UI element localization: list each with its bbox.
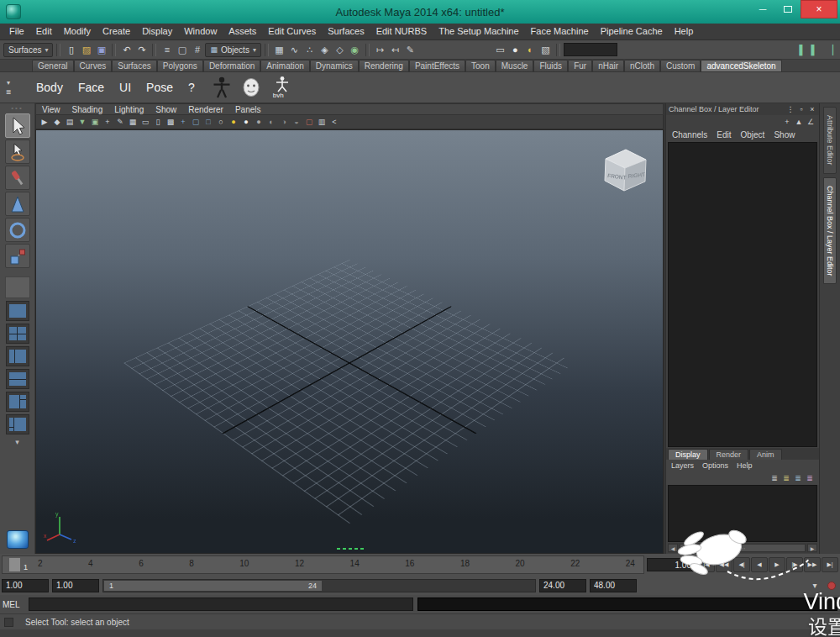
snap-to-grid-icon[interactable]: ▦ <box>272 43 286 57</box>
bvh-import-icon[interactable]: bvh <box>271 76 293 99</box>
command-input-field[interactable] <box>29 598 413 611</box>
channel-box-menu-item[interactable]: Object <box>741 130 765 140</box>
channel-box-menu-item[interactable]: Channels <box>672 130 707 140</box>
status-group-divider[interactable] <box>112 44 116 56</box>
layer-options-icon[interactable]: ≣ <box>806 474 814 482</box>
shadows-icon[interactable]: ◐ <box>265 116 277 128</box>
use-all-lights-icon[interactable]: ● <box>253 116 265 128</box>
grease-pencil-icon[interactable]: ✎ <box>114 116 126 128</box>
textured-icon[interactable]: ● <box>240 116 252 128</box>
shelf-script-button[interactable]: ? <box>181 81 202 94</box>
lasso-tool-button[interactable] <box>5 140 30 164</box>
toolbox-grip[interactable]: ••• <box>11 105 23 112</box>
open-scene-icon[interactable]: ▨ <box>79 43 93 57</box>
scale-tool-button[interactable] <box>5 244 30 268</box>
layer-editor-tab[interactable]: Display <box>668 449 708 460</box>
panel-menu-item[interactable]: Shading <box>66 105 109 114</box>
panel-menu-item[interactable]: Renderer <box>182 105 229 114</box>
menu-item[interactable]: Surfaces <box>322 24 370 39</box>
menu-item[interactable]: Window <box>178 24 223 39</box>
ambient-occlusion-icon[interactable]: ◑ <box>278 116 290 128</box>
channel-box-menu-item[interactable]: Edit <box>717 130 731 140</box>
snap-to-view-plane-icon[interactable]: ◇ <box>333 43 347 57</box>
select-by-hierarchy-icon[interactable]: ≡ <box>160 43 174 57</box>
shelf-tab[interactable]: Custom <box>660 60 701 71</box>
shelf-tab[interactable]: advancedSkeleton <box>701 60 781 71</box>
layer-mode-icon[interactable]: ≣ <box>770 474 779 482</box>
playback-start-field[interactable] <box>52 579 99 592</box>
menu-item[interactable]: Modify <box>58 24 97 39</box>
play-backwards-button[interactable]: ◀ <box>751 557 768 572</box>
sidebar-vertical-tab[interactable]: Attribute Editor <box>823 107 837 174</box>
grid-toggle-icon[interactable]: ▦ <box>127 116 139 128</box>
status-group-divider[interactable] <box>556 44 560 56</box>
shelf-tab[interactable]: Deformation <box>203 60 260 71</box>
maya-face-icon[interactable] <box>7 530 29 549</box>
menu-item[interactable]: Create <box>97 24 136 39</box>
snap-to-point-icon[interactable]: ∴ <box>302 43 317 57</box>
layer-editor-menu-item[interactable]: Options <box>702 461 728 470</box>
two-d-pan-zoom-icon[interactable]: + <box>102 116 113 128</box>
shaded-icon[interactable]: ● <box>228 116 239 128</box>
shelf-tab[interactable]: Rendering <box>359 60 409 71</box>
two-pane-side-layout-button[interactable] <box>6 392 29 412</box>
sidebar-vertical-tab[interactable]: Channel Box / Layer Editor <box>823 177 837 285</box>
select-tool-button[interactable] <box>5 113 30 138</box>
view-cube[interactable]: FRONT RIGHT <box>596 140 654 203</box>
single-pane-layout-button[interactable] <box>6 301 29 321</box>
menu-item[interactable]: Help <box>669 24 700 39</box>
shelf-tab[interactable]: Toon <box>465 60 496 71</box>
menu-item[interactable]: Face Machine <box>525 24 595 39</box>
panel-menu-item[interactable]: View <box>36 105 66 114</box>
titlebar[interactable]: Autodesk Maya 2014 x64: untitled* ─ × <box>0 0 840 24</box>
shelf-tab[interactable]: Surfaces <box>112 60 156 71</box>
animation-start-field[interactable] <box>2 579 49 592</box>
auto-keyframe-icon[interactable] <box>825 579 838 592</box>
show-tool-settings-icon[interactable]: ▌ <box>807 43 822 57</box>
shelf-tab[interactable]: Fur <box>568 60 592 71</box>
persp-graph-layout-button[interactable] <box>6 369 29 389</box>
step-back-frame-button[interactable]: ◀| <box>733 557 750 572</box>
layer-editor-tab[interactable]: Anim <box>749 449 782 460</box>
layer-list-area[interactable] <box>668 485 817 542</box>
xray-icon[interactable]: ▥ <box>316 116 328 128</box>
camera-attributes-icon[interactable]: ▤ <box>64 116 76 128</box>
move-tool-button[interactable] <box>5 192 30 216</box>
wireframe-icon[interactable]: ○ <box>215 116 227 128</box>
last-tool-slot[interactable] <box>5 276 30 298</box>
safe-action-icon[interactable]: ▢ <box>190 116 202 128</box>
output-connections-icon[interactable]: ↤ <box>388 43 402 57</box>
show-manipulators-icon[interactable]: + <box>783 118 791 126</box>
render-settings-icon[interactable]: ▧ <box>538 43 553 57</box>
construction-history-icon[interactable]: ✎ <box>403 43 417 57</box>
step-forward-key-button[interactable]: ▶▶ <box>804 557 821 572</box>
menu-item[interactable]: Edit Curves <box>262 24 322 39</box>
panel-menu-item[interactable]: Lighting <box>108 105 150 114</box>
ipr-render-icon[interactable]: ◐ <box>523 43 538 57</box>
save-scene-icon[interactable]: ▣ <box>94 43 108 57</box>
new-scene-icon[interactable]: ▯ <box>64 43 78 57</box>
float-panel-icon[interactable]: ▫ <box>797 105 806 113</box>
step-forward-frame-button[interactable]: |▶ <box>786 557 803 572</box>
scroll-handle[interactable]: ⋯ <box>680 544 806 552</box>
channel-list-area[interactable] <box>668 142 817 447</box>
close-button[interactable]: × <box>801 0 837 18</box>
selection-mask-dropdown[interactable]: ▦ Objects ▾ <box>205 43 260 57</box>
isolate-select-icon[interactable]: ▢ <box>303 116 315 128</box>
open-render-view-icon[interactable]: ▭ <box>493 43 507 57</box>
menu-item[interactable]: Display <box>136 24 178 39</box>
resolution-gate-icon[interactable]: ▯ <box>152 116 164 128</box>
menu-item[interactable]: Edit <box>30 24 58 39</box>
range-end-handle[interactable]: 24 <box>308 582 317 590</box>
bookmark-icon[interactable]: ▼ <box>76 116 88 128</box>
hypershade-layout-button[interactable] <box>6 414 29 434</box>
step-back-key-button[interactable]: ◀◀ <box>716 557 732 572</box>
panel-menu-item[interactable]: Show <box>150 105 182 114</box>
render-current-frame-icon[interactable]: ● <box>508 43 522 57</box>
menu-item[interactable]: Edit NURBS <box>370 24 433 39</box>
menu-item[interactable]: The Setup Machine <box>433 24 524 39</box>
range-start-handle[interactable]: 1 <box>109 582 113 590</box>
shelf-menu-icon[interactable]: ≣ <box>6 88 12 96</box>
layer-editor-tab[interactable]: Render <box>709 449 749 460</box>
shelf-tab[interactable]: Dynamics <box>310 60 359 71</box>
